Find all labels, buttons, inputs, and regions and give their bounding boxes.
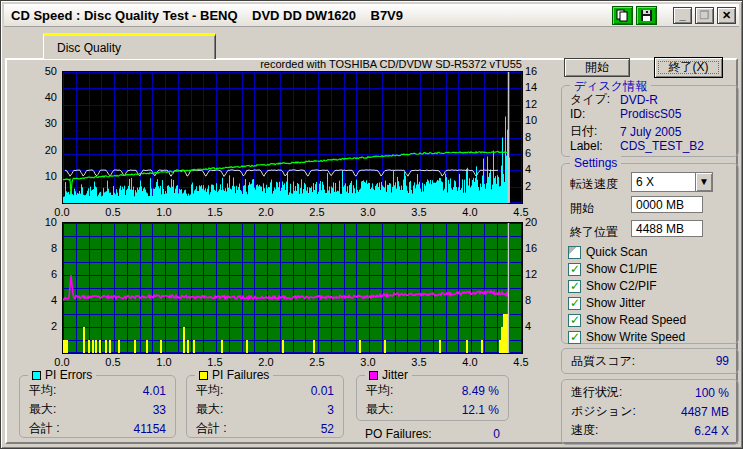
- score-row: 品質スコア: 99: [562, 349, 738, 373]
- disc-label-value: CDS_TEST_B2: [620, 139, 704, 153]
- pie-speed-chart: [62, 71, 523, 204]
- axis-tick-label: 4: [525, 320, 551, 332]
- pi-errors-caption-text: PI Errors: [45, 368, 92, 382]
- jitter-max-label: 最大:: [366, 401, 393, 418]
- axis-tick-label: 50: [29, 65, 57, 77]
- pi-failures-total-label: 合計 :: [196, 420, 227, 437]
- po-failures-value: 0: [493, 427, 500, 441]
- po-failures-label: PO Failures:: [365, 427, 432, 441]
- end-pos-field[interactable]: 4488 MB: [631, 220, 703, 237]
- axis-tick-label: 0.5: [97, 356, 129, 368]
- speed-row: 速度: 6.24 X: [562, 421, 738, 440]
- disc-type-label: タイプ:: [570, 91, 620, 108]
- disc-id-row: ID: ProdiscS05: [570, 107, 732, 121]
- pi-errors-total-label: 合計 :: [29, 420, 60, 437]
- axis-tick-label: 2.5: [301, 206, 333, 218]
- score-label: 品質スコア:: [571, 353, 635, 370]
- pi-failures-max-value: 3: [327, 403, 334, 417]
- start-pos-field[interactable]: 0000 MB: [631, 196, 703, 213]
- checkbox-show-c1-pie[interactable]: Show C1/PIE: [568, 262, 657, 276]
- chart-annotation: recorded with TOSHIBA CD/DVDW SD-R5372 v…: [181, 58, 522, 70]
- floppy-save-icon[interactable]: [636, 6, 657, 25]
- show-c2-pif-checkbox-box[interactable]: [568, 280, 581, 293]
- pi-errors-avg-label: 平均:: [29, 382, 56, 399]
- axis-tick-label: 3.0: [352, 206, 384, 218]
- pif-jitter-chart: [62, 222, 523, 354]
- axis-tick-label: 6: [29, 268, 57, 280]
- position-label: ポジション:: [571, 403, 636, 420]
- axis-tick-label: 10: [29, 216, 57, 228]
- progress-value: 100 %: [695, 386, 729, 400]
- disc-date-value: 7 July 2005: [620, 125, 681, 139]
- show-c2-pif-label: Show C2/PIF: [586, 279, 657, 293]
- jitter-caption: Jitter: [365, 368, 412, 382]
- axis-tick-label: 10: [525, 114, 551, 126]
- pi-failures-max-label: 最大:: [196, 401, 223, 418]
- axis-tick-label: 1.5: [199, 206, 231, 218]
- show-jitter-checkbox-box[interactable]: [568, 297, 581, 310]
- axis-tick-label: 2.0: [250, 356, 282, 368]
- score-group: 品質スコア: 99: [561, 348, 739, 374]
- axis-tick-label: 6: [525, 147, 551, 159]
- pi-errors-avg-row: 平均: 4.01: [20, 381, 175, 400]
- pi-errors-swatch: [32, 371, 41, 380]
- axis-tick-label: 0.5: [97, 206, 129, 218]
- pi-failures-caption-text: PI Failures: [212, 368, 269, 382]
- pi-failures-avg-value: 0.01: [311, 384, 334, 398]
- close-button[interactable]: ✕: [717, 7, 736, 24]
- axis-tick-label: 2: [29, 320, 57, 332]
- quick-scan-checkbox-box[interactable]: [568, 246, 581, 259]
- checkbox-show-jitter[interactable]: Show Jitter: [568, 296, 645, 310]
- show-read-speed-checkbox-box[interactable]: [568, 314, 581, 327]
- jitter-group: Jitter 平均: 8.49 % 最大: 12.1 %: [356, 375, 509, 421]
- axis-tick-label: 16: [525, 242, 551, 254]
- checkbox-quick-scan[interactable]: Quick Scan: [568, 245, 647, 259]
- end-pos-label: 終了位置: [570, 224, 618, 241]
- tab-disc-quality[interactable]: Disc Quality: [43, 33, 216, 59]
- axis-tick-label: 8: [525, 294, 551, 306]
- checkbox-show-write-speed[interactable]: Show Write Speed: [568, 330, 685, 344]
- axis-tick-label: 3.0: [352, 356, 384, 368]
- disc-info-group: ディスク情報 タイプ: DVD-R ID: ProdiscS05 日付: 7 J…: [561, 85, 739, 157]
- axis-tick-label: 1.0: [148, 356, 180, 368]
- copy-pages-icon[interactable]: [612, 6, 633, 25]
- axis-tick-label: 12: [525, 98, 551, 110]
- axis-tick-label: 12: [525, 268, 551, 280]
- jitter-avg-value: 8.49 %: [462, 384, 499, 398]
- checkbox-show-read-speed[interactable]: Show Read Speed: [568, 313, 686, 327]
- tab-label: Disc Quality: [57, 41, 121, 55]
- pi-failures-max-row: 最大: 3: [187, 400, 343, 419]
- maximize-button[interactable]: ❐: [695, 7, 714, 24]
- start-button[interactable]: 開始: [564, 58, 630, 77]
- disc-id-value: ProdiscS05: [620, 107, 681, 121]
- pi-errors-max-label: 最大:: [29, 401, 56, 418]
- disc-label-row: Label: CDS_TEST_B2: [570, 139, 732, 153]
- show-c1-pie-checkbox-box[interactable]: [568, 263, 581, 276]
- minimize-button[interactable]: _: [673, 7, 692, 24]
- score-value: 99: [716, 354, 729, 368]
- chevron-down-icon[interactable]: ▼: [695, 173, 712, 191]
- pi-failures-total-value: 52: [321, 422, 334, 436]
- pi-errors-max-value: 33: [153, 403, 166, 417]
- pie-chart-canvas: [63, 72, 522, 203]
- axis-tick-label: 2.5: [301, 356, 333, 368]
- axis-tick-label: 4: [29, 294, 57, 306]
- axis-tick-label: 10: [29, 170, 57, 182]
- axis-tick-label: 4.0: [454, 356, 486, 368]
- exit-button[interactable]: 終了(X): [654, 57, 723, 78]
- axis-tick-label: 20: [525, 216, 551, 228]
- axis-tick-label: 2: [525, 180, 551, 192]
- pi-errors-caption: PI Errors: [28, 368, 96, 382]
- start-pos-label: 開始: [570, 200, 594, 217]
- pi-errors-group: PI Errors 平均: 4.01 最大: 33 合計 : 41154: [19, 375, 176, 438]
- window-title: CD Speed : Disc Quality Test - BENQ DVD …: [11, 8, 403, 23]
- position-row: ポジション: 4487 MB: [562, 402, 738, 421]
- jitter-swatch: [369, 371, 378, 380]
- show-jitter-label: Show Jitter: [586, 296, 645, 310]
- show-write-speed-checkbox-box[interactable]: [568, 331, 581, 344]
- progress-label: 進行状況:: [571, 384, 622, 401]
- disc-type-row: タイプ: DVD-R: [570, 91, 732, 108]
- speed-select[interactable]: 6 X ▼: [631, 172, 713, 192]
- checkbox-show-c2-pif[interactable]: Show C2/PIF: [568, 279, 657, 293]
- show-write-speed-label: Show Write Speed: [586, 330, 685, 344]
